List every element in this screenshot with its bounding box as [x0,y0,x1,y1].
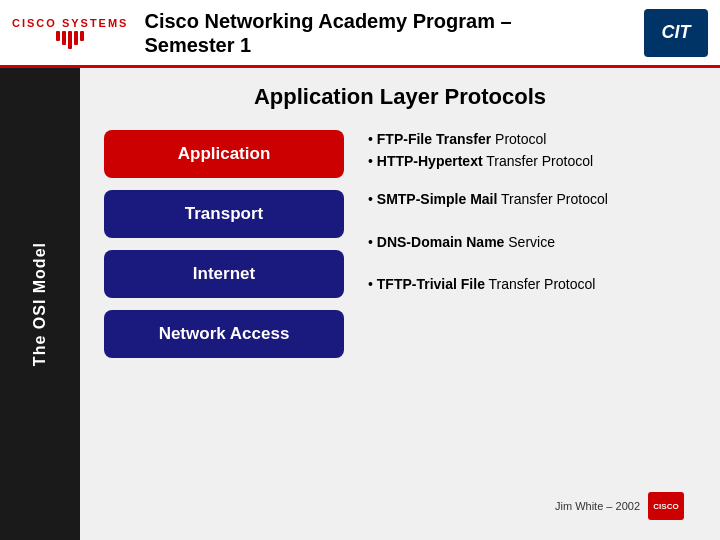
desc-dns: • DNS-Domain Name Service [368,233,696,251]
main-area: The OSI Model Application Layer Protocol… [0,68,720,540]
header: CISCO SYSTEMS Cisco Networking Academy P… [0,0,720,68]
header-title-line2: Semester 1 [144,33,644,57]
sidebar: The OSI Model [0,68,80,540]
layer-internet-button[interactable]: Internet [104,250,344,298]
section-title: Application Layer Protocols [104,84,696,110]
desc-group-internet: • DNS-Domain Name Service [368,233,696,255]
desc-http: • HTTP-Hypertext Transfer Protocol [368,152,696,170]
cisco-bar-1 [56,31,60,41]
cisco-bars [56,31,84,49]
cisco-bar-5 [80,31,84,41]
cit-logo: CIT [644,9,708,57]
desc-group-network-access: • TFTP-Trivial File Transfer Protocol [368,275,696,297]
layers-grid: Application Transport Internet Network A… [104,130,696,488]
desc-tftp: • TFTP-Trivial File Transfer Protocol [368,275,696,293]
footer-cisco-logo: CISCO [648,492,684,520]
desc-group-application: • FTP-File Transfer Protocol • HTTP-Hype… [368,130,696,174]
footer: Jim White – 2002 CISCO [104,488,696,524]
sidebar-label: The OSI Model [31,242,49,366]
desc-ftp: • FTP-File Transfer Protocol [368,130,696,148]
cisco-bar-4 [74,31,78,45]
cisco-logo-text: CISCO SYSTEMS [12,17,128,29]
desc-group-transport: • SMTP-Simple Mail Transfer Protocol [368,190,696,212]
cisco-logo: CISCO SYSTEMS [12,17,128,49]
footer-text: Jim White – 2002 [555,500,640,512]
layer-network-access-button[interactable]: Network Access [104,310,344,358]
header-title-line1: Cisco Networking Academy Program – [144,9,644,33]
layer-transport-button[interactable]: Transport [104,190,344,238]
page-header-title: Cisco Networking Academy Program – Semes… [144,9,644,57]
descriptions-column: • FTP-File Transfer Protocol • HTTP-Hype… [368,130,696,488]
desc-smtp: • SMTP-Simple Mail Transfer Protocol [368,190,696,208]
layers-column: Application Transport Internet Network A… [104,130,344,488]
layer-application-button[interactable]: Application [104,130,344,178]
content-area: Application Layer Protocols Application … [80,68,720,540]
cisco-bar-3 [68,31,72,49]
cisco-bar-2 [62,31,66,45]
